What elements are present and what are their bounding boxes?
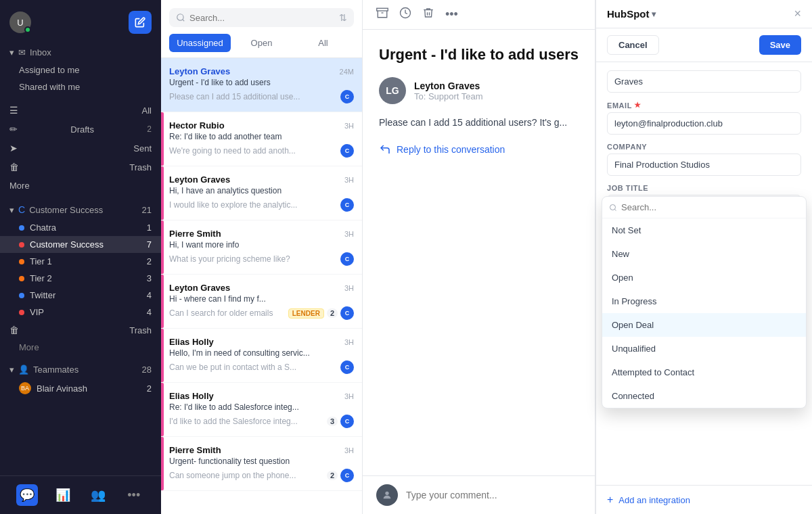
sidebar-item-more[interactable]: More [0, 177, 161, 195]
message-preview: What is your pricing scheme like? [169, 254, 290, 264]
comment-input[interactable] [406, 490, 581, 500]
message-item[interactable]: Pierre Smith 3H Hi, I want more info Wha… [161, 220, 362, 275]
email-input[interactable] [607, 112, 801, 135]
reply-button[interactable]: Reply to this conversation [379, 143, 579, 156]
message-item[interactable]: Elias Holly 3H Hello, I'm in need of con… [161, 329, 362, 383]
chart-icon[interactable]: 📊 [52, 484, 74, 506]
chat-icon[interactable]: 💬 [16, 484, 38, 506]
message-item[interactable]: Hector Rubio 3H Re: I'd like to add anot… [161, 112, 362, 166]
priority-bar [161, 329, 164, 382]
contacts-icon[interactable]: 👥 [87, 484, 109, 506]
dropdown-item-not-set[interactable]: Not Set [602, 218, 806, 242]
add-integration-label: Add an integration [618, 495, 690, 505]
cs-more-button[interactable]: More [0, 340, 161, 355]
chatra-count: 1 [147, 223, 152, 233]
cs-dot [19, 242, 24, 248]
sidebar-item-customer-success[interactable]: Customer Success 7 [0, 236, 161, 253]
message-avatar: C [340, 252, 354, 266]
priority-bar [161, 166, 164, 220]
list-icon: ☰ [9, 105, 18, 116]
sidebar-item-sent[interactable]: ➤ Sent [0, 139, 161, 158]
save-button[interactable]: Save [759, 35, 801, 55]
tab-all[interactable]: All [292, 34, 354, 52]
message-item[interactable]: Pierre Smith 3H Urgent- functionality te… [161, 437, 362, 491]
message-avatar: C [340, 360, 354, 374]
svg-line-1 [183, 20, 185, 22]
message-item[interactable]: Elias Holly 3H Re: I'd like to add Sales… [161, 383, 362, 437]
message-subject: Urgent- functionality test question [169, 457, 354, 466]
name-input[interactable] [607, 70, 801, 93]
sidebar-item-shared-with-me[interactable]: Shared with me [0, 78, 161, 95]
email-to: To: Support Team [414, 91, 483, 101]
message-sender: Elias Holly [169, 391, 214, 401]
cs-trash-icon: 🗑 [9, 325, 19, 335]
svg-point-6 [610, 204, 616, 210]
sidebar-item-tier2[interactable]: Tier 2 3 [0, 270, 161, 287]
company-input[interactable] [607, 154, 801, 176]
twitter-label: Twitter [30, 290, 141, 300]
avatar[interactable]: U [9, 11, 31, 33]
message-count: 2 [327, 308, 338, 318]
sidebar-item-twitter[interactable]: Twitter 4 [0, 287, 161, 304]
dropdown-item-in-progress[interactable]: In Progress [602, 289, 806, 313]
svg-rect-2 [377, 8, 388, 11]
dropdown-item-open-deal[interactable]: Open Deal [602, 313, 806, 337]
chevron-down-icon-cs: ▾ [9, 205, 14, 215]
dropdown-item-attempted-to-contact[interactable]: Attempted to Contact [602, 360, 806, 384]
blair-avatar: BA [19, 382, 31, 394]
more-icon[interactable]: ••• [445, 7, 458, 22]
tier1-count: 2 [147, 256, 152, 266]
sidebar-item-chatra[interactable]: Chatra 1 [0, 219, 161, 236]
cs-label: Customer Success [30, 239, 141, 250]
dropdown-item-new[interactable]: New [602, 242, 806, 266]
svg-line-7 [614, 209, 616, 210]
message-avatar: C [340, 469, 354, 482]
dropdown-item-connected[interactable]: Connected [602, 384, 806, 408]
tab-unassigned[interactable]: Unassigned [169, 34, 231, 52]
tier2-count: 3 [147, 273, 152, 283]
teammates-header[interactable]: ▾ 👤 Teammates 28 [0, 360, 161, 379]
tier2-dot [19, 276, 24, 281]
sidebar-item-trash[interactable]: 🗑 Trash [0, 158, 161, 177]
dropdown-item-unqualified[interactable]: Unqualified [602, 337, 806, 360]
filter-tabs: Unassigned Open All [169, 34, 354, 52]
message-item[interactable]: Leyton Graves 3H Hi, I have an analytics… [161, 166, 362, 220]
message-item[interactable]: Leyton Graves 24M Urgent - I'd like to a… [161, 58, 362, 112]
cancel-button[interactable]: Cancel [607, 35, 659, 55]
plus-icon: + [607, 494, 613, 506]
tab-open[interactable]: Open [231, 34, 292, 52]
compose-button[interactable] [129, 11, 152, 34]
sidebar-item-cs-trash[interactable]: 🗑 Trash [0, 321, 161, 340]
search-input[interactable] [189, 13, 335, 23]
sidebar-item-vip[interactable]: VIP 4 [0, 304, 161, 321]
sidebar-item-drafts[interactable]: ✏ Drafts 2 [0, 120, 161, 139]
close-button[interactable]: × [794, 7, 801, 21]
inbox-group-header[interactable]: ▾ ✉ Inbox [0, 43, 161, 62]
sidebar-item-assigned-to-me[interactable]: Assigned to me [0, 62, 161, 78]
archive-icon[interactable] [376, 7, 388, 22]
sidebar-item-blair[interactable]: BA Blair Avinash 2 [0, 379, 161, 398]
vip-label: VIP [30, 307, 141, 317]
trash-icon[interactable] [422, 7, 434, 22]
message-count: 3 [327, 417, 338, 426]
message-avatar: C [340, 306, 354, 320]
priority-bar [161, 275, 164, 328]
status-dropdown: Not Set New Open In Progress Open Deal U… [602, 196, 807, 408]
sidebar-item-all[interactable]: ☰ All [0, 101, 161, 120]
message-time: 24M [340, 68, 354, 76]
dropdown-search-input[interactable] [621, 202, 799, 212]
add-integration-button[interactable]: + Add an integration [596, 485, 812, 514]
dropdown-item-open[interactable]: Open [602, 266, 806, 289]
customer-success-header[interactable]: ▾ C Customer Success 21 [0, 200, 161, 219]
blair-count: 2 [147, 383, 152, 394]
sidebar-header: U [0, 0, 161, 41]
priority-bar [161, 220, 164, 274]
clock-icon[interactable] [399, 7, 411, 22]
sidebar-item-tier1[interactable]: Tier 1 2 [0, 253, 161, 270]
priority-bar [161, 383, 164, 436]
reply-label: Reply to this conversation [397, 144, 505, 155]
chevron-down-icon: ▾ [9, 47, 14, 57]
sort-icon[interactable]: ⇅ [339, 12, 347, 23]
message-item[interactable]: Leyton Graves 3H Hi - where can I find m… [161, 275, 362, 329]
more-footer-icon[interactable]: ••• [123, 484, 145, 506]
